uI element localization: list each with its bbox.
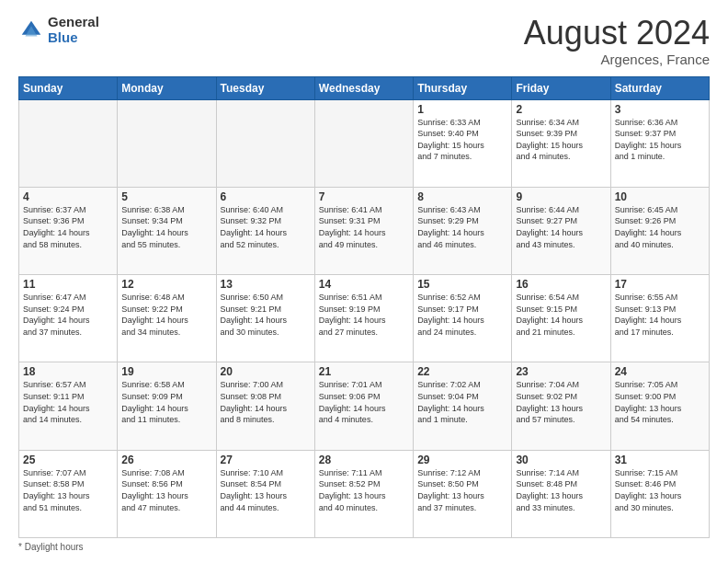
calendar-cell: 29Sunrise: 7:12 AM Sunset: 8:50 PM Dayli… xyxy=(414,450,512,537)
title-block: August 2024 Argences, France xyxy=(524,15,710,67)
cell-info: Sunrise: 6:47 AM Sunset: 9:24 PM Dayligh… xyxy=(23,292,113,338)
calendar-cell: 20Sunrise: 7:00 AM Sunset: 9:08 PM Dayli… xyxy=(216,362,314,450)
calendar-cell: 4Sunrise: 6:37 AM Sunset: 9:36 PM Daylig… xyxy=(19,187,118,274)
logo-general: General xyxy=(48,15,99,30)
cell-info: Sunrise: 6:43 AM Sunset: 9:29 PM Dayligh… xyxy=(417,204,507,250)
cell-info: Sunrise: 6:55 AM Sunset: 9:13 PM Dayligh… xyxy=(615,292,705,338)
calendar-cell: 16Sunrise: 6:54 AM Sunset: 9:15 PM Dayli… xyxy=(512,275,610,362)
calendar-cell: 8Sunrise: 6:43 AM Sunset: 9:29 PM Daylig… xyxy=(414,187,512,274)
cell-info: Sunrise: 7:05 AM Sunset: 9:00 PM Dayligh… xyxy=(615,379,705,425)
day-number: 14 xyxy=(319,278,409,291)
day-number: 13 xyxy=(221,278,311,291)
calendar-cell: 12Sunrise: 6:48 AM Sunset: 9:22 PM Dayli… xyxy=(118,275,216,362)
cell-info: Sunrise: 6:37 AM Sunset: 9:36 PM Dayligh… xyxy=(23,204,113,250)
day-number: 21 xyxy=(319,365,409,378)
calendar-cell xyxy=(19,99,118,187)
day-number: 31 xyxy=(615,454,705,466)
calendar-cell: 25Sunrise: 7:07 AM Sunset: 8:58 PM Dayli… xyxy=(19,450,118,537)
cell-info: Sunrise: 6:33 AM Sunset: 9:40 PM Dayligh… xyxy=(417,117,507,163)
cell-info: Sunrise: 7:02 AM Sunset: 9:04 PM Dayligh… xyxy=(417,379,507,425)
cell-info: Sunrise: 6:44 AM Sunset: 9:27 PM Dayligh… xyxy=(516,204,606,250)
cell-info: Sunrise: 6:36 AM Sunset: 9:37 PM Dayligh… xyxy=(615,117,705,163)
calendar-cell: 19Sunrise: 6:58 AM Sunset: 9:09 PM Dayli… xyxy=(118,362,216,450)
cell-info: Sunrise: 6:45 AM Sunset: 9:26 PM Dayligh… xyxy=(615,204,705,250)
day-number: 10 xyxy=(615,190,705,203)
day-number: 12 xyxy=(121,278,211,291)
day-number: 26 xyxy=(121,454,211,466)
day-number: 24 xyxy=(615,365,705,378)
week-row-1: 1Sunrise: 6:33 AM Sunset: 9:40 PM Daylig… xyxy=(19,99,710,187)
cell-info: Sunrise: 7:07 AM Sunset: 8:58 PM Dayligh… xyxy=(23,467,113,513)
day-number: 15 xyxy=(417,278,507,291)
cell-info: Sunrise: 6:34 AM Sunset: 9:39 PM Dayligh… xyxy=(516,117,606,163)
month-title: August 2024 xyxy=(524,15,710,52)
logo: General Blue xyxy=(18,15,99,45)
calendar-cell: 30Sunrise: 7:14 AM Sunset: 8:48 PM Dayli… xyxy=(512,450,610,537)
cell-info: Sunrise: 7:12 AM Sunset: 8:50 PM Dayligh… xyxy=(417,467,507,513)
day-number: 22 xyxy=(417,365,507,378)
dow-header-thursday: Thursday xyxy=(414,76,512,99)
day-number: 28 xyxy=(319,454,409,466)
calendar-cell: 3Sunrise: 6:36 AM Sunset: 9:37 PM Daylig… xyxy=(610,99,709,187)
day-number: 23 xyxy=(516,365,606,378)
dow-header-wednesday: Wednesday xyxy=(314,76,413,99)
header: General Blue August 2024 Argences, Franc… xyxy=(18,15,710,67)
cell-info: Sunrise: 6:48 AM Sunset: 9:22 PM Dayligh… xyxy=(121,292,211,338)
cell-info: Sunrise: 6:41 AM Sunset: 9:31 PM Dayligh… xyxy=(319,204,409,250)
day-number: 5 xyxy=(121,190,211,203)
day-number: 27 xyxy=(221,454,311,466)
cell-info: Sunrise: 7:00 AM Sunset: 9:08 PM Dayligh… xyxy=(221,379,311,425)
dow-header-friday: Friday xyxy=(512,76,610,99)
day-number: 25 xyxy=(23,454,113,466)
day-number: 3 xyxy=(615,103,705,116)
calendar-cell: 26Sunrise: 7:08 AM Sunset: 8:56 PM Dayli… xyxy=(118,450,216,537)
logo-icon xyxy=(18,17,44,43)
location-subtitle: Argences, France xyxy=(524,52,710,67)
day-number: 8 xyxy=(417,190,507,203)
cell-info: Sunrise: 6:50 AM Sunset: 9:21 PM Dayligh… xyxy=(221,292,311,338)
calendar-body: 1Sunrise: 6:33 AM Sunset: 9:40 PM Daylig… xyxy=(19,99,710,537)
calendar-cell: 28Sunrise: 7:11 AM Sunset: 8:52 PM Dayli… xyxy=(314,450,413,537)
footer-note: * Daylight hours xyxy=(18,542,710,552)
calendar-cell: 23Sunrise: 7:04 AM Sunset: 9:02 PM Dayli… xyxy=(512,362,610,450)
dow-header-sunday: Sunday xyxy=(19,76,118,99)
calendar-cell: 21Sunrise: 7:01 AM Sunset: 9:06 PM Dayli… xyxy=(314,362,413,450)
calendar-cell: 14Sunrise: 6:51 AM Sunset: 9:19 PM Dayli… xyxy=(314,275,413,362)
calendar-cell: 18Sunrise: 6:57 AM Sunset: 9:11 PM Dayli… xyxy=(19,362,118,450)
cell-info: Sunrise: 6:58 AM Sunset: 9:09 PM Dayligh… xyxy=(121,379,211,425)
calendar-cell: 17Sunrise: 6:55 AM Sunset: 9:13 PM Dayli… xyxy=(610,275,709,362)
calendar-cell: 22Sunrise: 7:02 AM Sunset: 9:04 PM Dayli… xyxy=(414,362,512,450)
cell-info: Sunrise: 6:54 AM Sunset: 9:15 PM Dayligh… xyxy=(516,292,606,338)
day-number: 4 xyxy=(23,190,113,203)
week-row-3: 11Sunrise: 6:47 AM Sunset: 9:24 PM Dayli… xyxy=(19,275,710,362)
day-number: 19 xyxy=(121,365,211,378)
logo-blue: Blue xyxy=(48,30,99,46)
cell-info: Sunrise: 7:11 AM Sunset: 8:52 PM Dayligh… xyxy=(319,467,409,513)
calendar-cell: 5Sunrise: 6:38 AM Sunset: 9:34 PM Daylig… xyxy=(118,187,216,274)
calendar-cell: 2Sunrise: 6:34 AM Sunset: 9:39 PM Daylig… xyxy=(512,99,610,187)
day-number: 29 xyxy=(417,454,507,466)
day-number: 1 xyxy=(417,103,507,116)
cell-info: Sunrise: 7:14 AM Sunset: 8:48 PM Dayligh… xyxy=(516,467,606,513)
cell-info: Sunrise: 6:51 AM Sunset: 9:19 PM Dayligh… xyxy=(319,292,409,338)
calendar-cell xyxy=(314,99,413,187)
calendar-cell: 15Sunrise: 6:52 AM Sunset: 9:17 PM Dayli… xyxy=(414,275,512,362)
calendar-cell: 10Sunrise: 6:45 AM Sunset: 9:26 PM Dayli… xyxy=(610,187,709,274)
cell-info: Sunrise: 7:15 AM Sunset: 8:46 PM Dayligh… xyxy=(615,467,705,513)
calendar-cell: 6Sunrise: 6:40 AM Sunset: 9:32 PM Daylig… xyxy=(216,187,314,274)
calendar-cell: 11Sunrise: 6:47 AM Sunset: 9:24 PM Dayli… xyxy=(19,275,118,362)
week-row-5: 25Sunrise: 7:07 AM Sunset: 8:58 PM Dayli… xyxy=(19,450,710,537)
day-number: 2 xyxy=(516,103,606,116)
dow-header-tuesday: Tuesday xyxy=(216,76,314,99)
day-number: 16 xyxy=(516,278,606,291)
cell-info: Sunrise: 7:10 AM Sunset: 8:54 PM Dayligh… xyxy=(221,467,311,513)
day-number: 6 xyxy=(221,190,311,203)
calendar-cell: 27Sunrise: 7:10 AM Sunset: 8:54 PM Dayli… xyxy=(216,450,314,537)
calendar-cell xyxy=(118,99,216,187)
week-row-4: 18Sunrise: 6:57 AM Sunset: 9:11 PM Dayli… xyxy=(19,362,710,450)
week-row-2: 4Sunrise: 6:37 AM Sunset: 9:36 PM Daylig… xyxy=(19,187,710,274)
dow-header-saturday: Saturday xyxy=(610,76,709,99)
day-number: 9 xyxy=(516,190,606,203)
day-number: 7 xyxy=(319,190,409,203)
logo-text: General Blue xyxy=(48,15,99,45)
